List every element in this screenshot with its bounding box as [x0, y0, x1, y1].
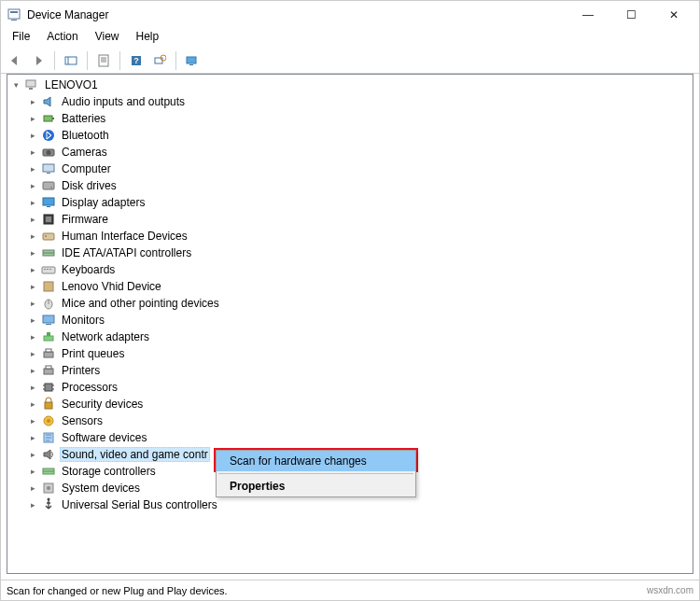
- tree-item-monitor[interactable]: ▸Monitors: [26, 312, 693, 328]
- menu-view[interactable]: View: [88, 29, 127, 48]
- expand-icon[interactable]: ▸: [26, 230, 39, 243]
- tree-item-label: Display adapters: [60, 196, 147, 209]
- minimize-button[interactable]: —: [567, 1, 609, 29]
- tree-item-mouse[interactable]: ▸Mice and other pointing devices: [26, 295, 693, 312]
- tree-item-audio[interactable]: ▸Audio inputs and outputs: [26, 93, 693, 110]
- tree-item-printer[interactable]: ▸Printers: [26, 362, 693, 379]
- hid-icon: [41, 229, 56, 244]
- tree-item-cpu[interactable]: ▸Processors: [26, 379, 693, 396]
- separator: [87, 51, 88, 70]
- tree-root[interactable]: ▾LENOVO1: [9, 77, 693, 93]
- tree-item-label: Sound, video and game contr: [60, 447, 210, 462]
- tree-item-label: Batteries: [60, 112, 107, 125]
- expand-icon[interactable]: ▸: [26, 263, 39, 276]
- context-menu: Scan for hardware changes Properties: [216, 450, 416, 497]
- menu-file[interactable]: File: [5, 29, 37, 48]
- svg-rect-27: [47, 206, 50, 207]
- expand-icon[interactable]: ▸: [26, 482, 39, 495]
- ctx-properties[interactable]: Properties: [217, 476, 415, 496]
- printer-icon: [41, 363, 56, 378]
- properties-button[interactable]: [93, 50, 114, 71]
- svg-point-56: [47, 419, 50, 423]
- tree-item-sensor[interactable]: ▸Sensors: [26, 412, 693, 429]
- tree-item-ide[interactable]: ▸IDE ATA/ATAPI controllers: [26, 245, 693, 261]
- svg-rect-11: [155, 58, 162, 63]
- expand-icon[interactable]: ▸: [26, 381, 39, 394]
- tree-item-label: Sensors: [60, 414, 105, 427]
- tree-item-disk[interactable]: ▸Disk drives: [26, 177, 693, 194]
- usb-icon: [41, 497, 56, 512]
- tree-item-label: Universal Serial Bus controllers: [60, 498, 219, 511]
- expand-icon[interactable]: ▸: [26, 314, 39, 327]
- expand-icon[interactable]: ▸: [26, 465, 39, 478]
- tree-item-label: Print queues: [60, 347, 126, 360]
- titlebar[interactable]: Device Manager — ☐ ✕: [1, 1, 699, 29]
- tree-item-hid[interactable]: ▸Human Interface Devices: [26, 228, 693, 245]
- expand-icon[interactable]: ▸: [26, 347, 39, 360]
- expand-icon[interactable]: ▸: [26, 146, 39, 159]
- expand-icon[interactable]: ▸: [26, 179, 39, 192]
- expand-icon[interactable]: ▸: [26, 448, 39, 461]
- menu-action[interactable]: Action: [39, 29, 85, 48]
- tree-item-printer[interactable]: ▸Print queues: [26, 345, 693, 362]
- svg-rect-22: [43, 164, 54, 172]
- tree-item-firmware[interactable]: ▸Firmware: [26, 211, 693, 228]
- expand-icon[interactable]: ▸: [26, 414, 39, 427]
- tree-item-battery[interactable]: ▸Batteries: [26, 110, 693, 127]
- tree-item-network[interactable]: ▸Network adapters: [26, 328, 693, 345]
- expand-icon[interactable]: ▸: [26, 431, 39, 444]
- status-text: Scan for changed or new Plug and Play de…: [7, 585, 228, 596]
- expand-icon[interactable]: ▸: [26, 213, 39, 226]
- tree-item-display[interactable]: ▸Display adapters: [26, 194, 693, 211]
- tree-item-security[interactable]: ▸Security devices: [26, 396, 693, 412]
- forward-button[interactable]: [28, 50, 49, 71]
- expand-icon[interactable]: ▸: [26, 112, 39, 125]
- expand-icon[interactable]: ▸: [26, 330, 39, 343]
- tree-item-computer[interactable]: ▸Computer: [26, 161, 693, 177]
- expand-icon[interactable]: ▸: [26, 129, 39, 142]
- firmware-icon: [41, 212, 56, 227]
- window-title: Device Manager: [27, 8, 567, 21]
- scan-hardware-button[interactable]: [149, 50, 170, 71]
- svg-rect-1: [10, 11, 18, 13]
- separator: [119, 51, 120, 70]
- svg-rect-45: [44, 352, 53, 357]
- root-label: LENOVO1: [43, 78, 100, 91]
- expand-icon[interactable]: ▸: [26, 364, 39, 377]
- show-hide-button[interactable]: [61, 50, 81, 71]
- back-button[interactable]: [5, 50, 25, 71]
- expand-icon[interactable]: ▸: [26, 196, 39, 209]
- expand-icon[interactable]: ▸: [26, 297, 39, 310]
- mouse-icon: [41, 296, 56, 311]
- expand-icon[interactable]: ▸: [26, 398, 39, 411]
- expand-icon[interactable]: ▸: [26, 162, 39, 175]
- collapse-icon[interactable]: ▾: [9, 78, 22, 91]
- expand-icon[interactable]: ▸: [26, 280, 39, 293]
- tree-item-keyboard[interactable]: ▸Keyboards: [26, 261, 693, 278]
- expand-icon[interactable]: ▸: [26, 95, 39, 108]
- ctx-scan-hardware[interactable]: Scan for hardware changes: [217, 451, 415, 471]
- tree-item-software[interactable]: ▸Software devices: [26, 429, 693, 446]
- system-icon: [41, 481, 56, 496]
- battery-icon: [41, 111, 56, 126]
- tree-item-vhid[interactable]: ▸Lenovo Vhid Device: [26, 278, 693, 295]
- help-button[interactable]: ?: [126, 50, 147, 71]
- menu-help[interactable]: Help: [129, 29, 167, 48]
- svg-rect-29: [46, 217, 51, 222]
- tree-view[interactable]: ▾LENOVO1▸Audio inputs and outputs▸Batter…: [7, 74, 693, 574]
- svg-point-61: [47, 486, 50, 490]
- tree-item-camera[interactable]: ▸Cameras: [26, 144, 693, 161]
- tree-item-usb[interactable]: ▸Universal Serial Bus controllers: [26, 496, 693, 513]
- expand-icon[interactable]: ▸: [26, 246, 39, 259]
- close-button[interactable]: ✕: [652, 1, 695, 29]
- expand-icon[interactable]: ▸: [26, 498, 39, 511]
- tree-item-bluetooth[interactable]: ▸Bluetooth: [26, 127, 693, 144]
- svg-rect-17: [44, 116, 52, 121]
- svg-point-31: [45, 235, 47, 237]
- svg-rect-34: [42, 267, 55, 273]
- maximize-button[interactable]: ☐: [609, 1, 652, 29]
- watermark: wsxdn.com: [647, 585, 693, 595]
- tree-item-label: Storage controllers: [60, 465, 158, 478]
- svg-rect-30: [43, 233, 54, 240]
- devices-button[interactable]: [182, 50, 203, 71]
